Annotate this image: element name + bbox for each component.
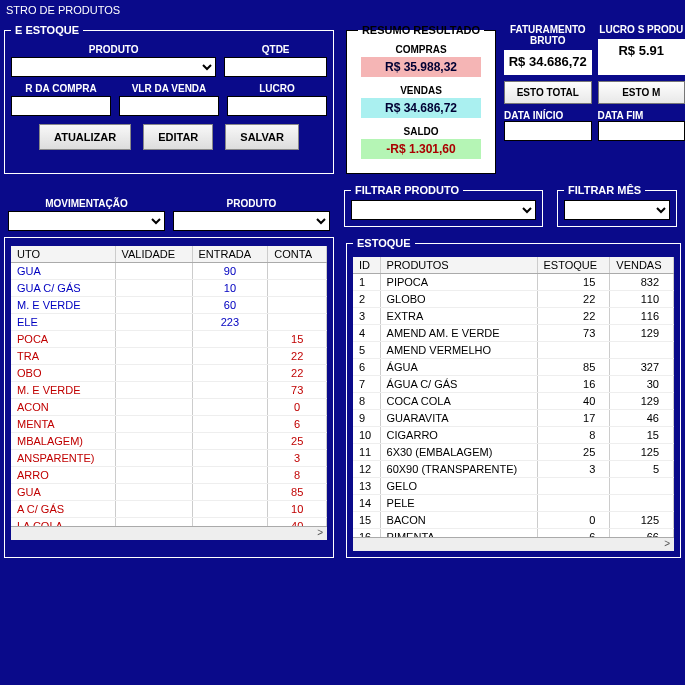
atualizar-button[interactable]: ATUALIZAR [39,124,131,150]
table-row[interactable]: ANSPARENTE)3 [11,450,327,467]
filtrar-mes-legend: FILTRAR MÊS [564,184,645,196]
table-row[interactable]: ARRO8 [11,467,327,484]
filtrar-mes-fieldset: FILTRAR MÊS [557,184,677,227]
resumo-legend: RESUMO RESULTADO [358,24,484,36]
data-inicio-label: DATA INÍCIO [504,110,592,121]
filtrar-produto-select[interactable] [351,200,536,220]
table-row[interactable]: LA COLA40 [11,518,327,527]
table-row[interactable]: MBALAGEM)25 [11,433,327,450]
compras-table-wrap[interactable]: UTOVALIDADEENTRADACONTA GUA90GUA C/ GÁS1… [11,246,327,526]
table-row[interactable]: GUA C/ GÁS10 [11,280,327,297]
mov-label: MOVIMENTAÇÃO [8,198,165,209]
h-scrollbar[interactable] [11,526,327,540]
editar-button[interactable]: EDITAR [143,124,213,150]
stats-panel: FATURAMENTO BRUTO R$ 34.686,72 LUCRO S P… [504,20,685,178]
lucro-input[interactable] [227,96,327,116]
venda-label: VLR DA VENDA [132,83,207,94]
table-row[interactable]: 7ÁGUA C/ GÁS1630 [353,376,674,393]
table-row[interactable]: 4AMEND AM. E VERDE73129 [353,325,674,342]
table-row[interactable]: 15BACON0125 [353,512,674,529]
filtrar-produto-legend: FILTRAR PRODUTO [351,184,463,196]
table-row[interactable]: 10CIGARRO815 [353,427,674,444]
table-header[interactable]: UTO [11,246,115,263]
table-row[interactable]: 5AMEND VERMELHO [353,342,674,359]
table-row[interactable]: GUA85 [11,484,327,501]
venda-input[interactable] [119,96,219,116]
compra-input[interactable] [11,96,111,116]
table-header[interactable]: ID [353,257,380,274]
table-row[interactable]: M. E VERDE60 [11,297,327,314]
compras-table: UTOVALIDADEENTRADACONTA GUA90GUA C/ GÁS1… [11,246,327,526]
data-fim-input[interactable] [598,121,686,141]
mov-select[interactable] [8,211,165,231]
qtde-input[interactable] [224,57,327,77]
table-header[interactable]: VALIDADE [115,246,192,263]
compras-label: COMPRAS [353,44,489,55]
resumo-fieldset: RESUMO RESULTADO COMPRAS R$ 35.988,32 VE… [346,24,496,174]
table-row[interactable]: 13GELO [353,478,674,495]
table-row[interactable]: 8COCA COLA40129 [353,393,674,410]
table-row[interactable]: ACON0 [11,399,327,416]
table-row[interactable]: 9GUARAVITA1746 [353,410,674,427]
produto-label: PRODUTO [89,44,139,55]
produto-filter-select[interactable] [173,211,330,231]
lucro-label: LUCRO [259,83,295,94]
estoque-legend: E ESTOQUE [11,24,83,36]
table-row[interactable]: OBO22 [11,365,327,382]
table-row[interactable]: M. E VERDE73 [11,382,327,399]
qtde-label: QTDE [262,44,290,55]
saldo-value: -R$ 1.301,60 [361,139,481,159]
window-title: STRO DE PRODUTOS [0,0,685,20]
compra-label: R DA COMPRA [25,83,96,94]
table-row[interactable]: 6ÁGUA85327 [353,359,674,376]
table-row[interactable]: TRA22 [11,348,327,365]
filtrar-mes-select[interactable] [564,200,670,220]
produto-select[interactable] [11,57,216,77]
table-header[interactable]: ESTOQUE [537,257,610,274]
table-row[interactable]: 16PIMENTA666 [353,529,674,538]
vendas-value: R$ 34.686,72 [361,98,481,118]
estoque-table: IDPRODUTOSESTOQUEVENDAS 1PIPOCA158322GLO… [353,257,674,537]
compras-value: R$ 35.988,32 [361,57,481,77]
filtrar-produto-fieldset: FILTRAR PRODUTO [344,184,543,227]
vendas-label: VENDAS [353,85,489,96]
table-row[interactable]: 3EXTRA22116 [353,308,674,325]
data-inicio-input[interactable] [504,121,592,141]
table-row[interactable]: 2GLOBO22110 [353,291,674,308]
table-row[interactable]: 1260X90 (TRANSPARENTE)35 [353,461,674,478]
saldo-label: SALDO [353,126,489,137]
esto-total-button[interactable]: ESTO TOTAL [504,81,592,104]
table-row[interactable]: ELE223 [11,314,327,331]
table-header[interactable]: PRODUTOS [380,257,537,274]
h-scrollbar-2[interactable] [353,537,674,551]
table-header[interactable]: VENDAS [610,257,674,274]
estoque-fieldset: E ESTOQUE PRODUTO QTDE R DA COMPRA VLR D… [4,24,334,174]
estoque-table-fieldset: ESTOQUE IDPRODUTOSESTOQUEVENDAS 1PIPOCA1… [346,237,681,558]
table-header[interactable]: ENTRADA [192,246,268,263]
table-row[interactable]: A C/ GÁS10 [11,501,327,518]
lucro-card-value: R$ 5.91 [618,43,664,58]
produto-filter-label: PRODUTO [173,198,330,209]
table-row[interactable]: 14PELE [353,495,674,512]
lucro-card: LUCRO S PRODU R$ 5.91 [598,20,686,75]
faturamento-value: R$ 34.686,72 [509,54,587,69]
salvar-button[interactable]: SALVAR [225,124,299,150]
data-fim-label: DATA FIM [598,110,686,121]
esto-m-button[interactable]: ESTO M [598,81,686,104]
faturamento-card: FATURAMENTO BRUTO R$ 34.686,72 [504,20,592,75]
estoque-table-wrap[interactable]: IDPRODUTOSESTOQUEVENDAS 1PIPOCA158322GLO… [353,257,674,537]
table-row[interactable]: GUA90 [11,263,327,280]
estoque-table-legend: ESTOQUE [353,237,415,249]
table-row[interactable]: 116X30 (EMBALAGEM)25125 [353,444,674,461]
table-row[interactable]: 1PIPOCA15832 [353,274,674,291]
table-row[interactable]: MENTA6 [11,416,327,433]
table-header[interactable]: CONTA [268,246,327,263]
compras-fieldset: UTOVALIDADEENTRADACONTA GUA90GUA C/ GÁS1… [4,237,334,558]
faturamento-label: FATURAMENTO BRUTO [504,20,592,50]
table-row[interactable]: POCA15 [11,331,327,348]
lucro-card-label: LUCRO S PRODU [598,20,686,39]
